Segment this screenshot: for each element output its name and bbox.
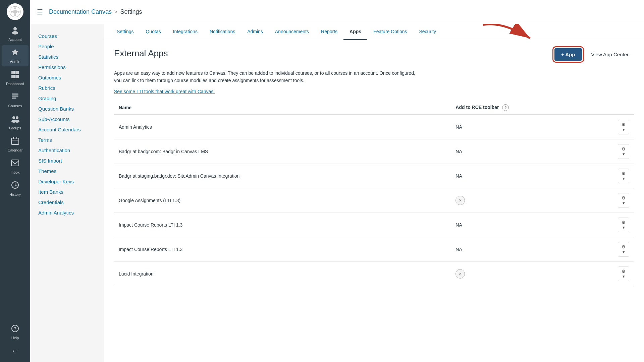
col-name-header: Name xyxy=(114,101,451,115)
tabs-bar: SettingsQuotasIntegrationsNotificationsA… xyxy=(104,24,644,40)
sidebar-link-admin-analytics[interactable]: Admin Analytics xyxy=(36,207,104,218)
sidebar-link-themes[interactable]: Themes xyxy=(36,166,104,176)
nav-item-inbox[interactable]: Inbox xyxy=(2,156,29,177)
gear-button[interactable]: ⚙ ▾ xyxy=(618,120,629,134)
dashboard-icon xyxy=(10,70,20,81)
content-area: CoursesPeopleStatisticsPermissionsOutcom… xyxy=(30,24,644,362)
gear-button[interactable]: ⚙ ▾ xyxy=(618,144,629,159)
sidebar-link-question-banks[interactable]: Question Banks xyxy=(36,104,104,114)
nav-item-admin[interactable]: Admin xyxy=(2,45,29,66)
x-badge[interactable]: × xyxy=(455,196,465,205)
nav-bottom: ? Help ← xyxy=(0,321,30,362)
sidebar-link-sub-accounts[interactable]: Sub-Accounts xyxy=(36,114,104,124)
svg-rect-9 xyxy=(15,71,19,74)
hamburger-menu[interactable]: ☰ xyxy=(37,8,43,16)
sidebar-link-credentials[interactable]: Credentials xyxy=(36,197,104,207)
svg-rect-11 xyxy=(15,75,19,78)
gear-button[interactable]: ⚙ ▾ xyxy=(618,242,629,257)
tab-admins[interactable]: Admins xyxy=(241,24,269,40)
sidebar-link-statistics[interactable]: Statistics xyxy=(36,52,104,62)
table-row: Admin AnalyticsNA⚙ ▾ xyxy=(114,115,634,139)
svg-point-2 xyxy=(14,7,16,9)
breadcrumb-link[interactable]: Documentation Canvas xyxy=(49,8,112,15)
table-row: Badgr at staging.badgr.dev: SiteAdmin Ca… xyxy=(114,164,634,188)
svg-rect-23 xyxy=(11,160,19,166)
rce-cell: NA xyxy=(451,213,613,237)
app-name-cell: Admin Analytics xyxy=(114,115,451,139)
gear-button[interactable]: ⚙ ▾ xyxy=(618,169,629,183)
gear-button[interactable]: ⚙ ▾ xyxy=(618,266,629,281)
nav-item-help[interactable]: ? Help xyxy=(2,321,29,343)
main-area: ☰ Documentation Canvas > Settings Course… xyxy=(30,0,644,362)
svg-point-4 xyxy=(11,11,13,13)
nav-item-history[interactable]: History xyxy=(2,178,29,199)
tab-notifications[interactable]: Notifications xyxy=(204,24,241,40)
gear-cell: ⚙ ▾ xyxy=(613,213,634,237)
tab-integrations[interactable]: Integrations xyxy=(167,24,204,40)
tab-quotas[interactable]: Quotas xyxy=(140,24,167,40)
sidebar-link-outcomes[interactable]: Outcomes xyxy=(36,72,104,83)
svg-point-3 xyxy=(14,14,16,16)
add-app-button[interactable]: + App xyxy=(554,48,582,61)
svg-point-18 xyxy=(15,120,19,123)
sidebar-link-developer-keys[interactable]: Developer Keys xyxy=(36,176,104,187)
sidebar-link-permissions[interactable]: Permissions xyxy=(36,62,104,72)
history-icon xyxy=(10,180,20,192)
tab-announcements[interactable]: Announcements xyxy=(269,24,315,40)
sidebar: CoursesPeopleStatisticsPermissionsOutcom… xyxy=(30,24,104,362)
tab-feature-options[interactable]: Feature Options xyxy=(367,24,413,40)
sidebar-link-rubrics[interactable]: Rubrics xyxy=(36,83,104,93)
inbox-icon xyxy=(10,158,20,170)
app-name-cell: Impact Course Reports LTI 1.3 xyxy=(114,213,451,237)
svg-point-16 xyxy=(16,116,18,119)
nav-item-dashboard[interactable]: Dashboard xyxy=(2,67,29,88)
gear-button[interactable]: ⚙ ▾ xyxy=(618,218,629,232)
admin-icon xyxy=(10,48,20,59)
gear-cell: ⚙ ▾ xyxy=(613,115,634,139)
nav-item-groups[interactable]: Groups xyxy=(2,111,29,133)
page-title: External Apps xyxy=(114,48,168,59)
tab-reports[interactable]: Reports xyxy=(315,24,343,40)
sidebar-link-terms[interactable]: Terms xyxy=(36,135,104,145)
app-name-cell: Badgr at staging.badgr.dev: SiteAdmin Ca… xyxy=(114,164,451,188)
sidebar-link-people[interactable]: People xyxy=(36,41,104,52)
nav-rail: Account Admin Dashboard xyxy=(0,0,30,362)
nav-item-calendar[interactable]: Calendar xyxy=(2,133,29,155)
table-row: Badgr at badgr.com: Badgr in Canvas LMSN… xyxy=(114,139,634,164)
main-content: SettingsQuotasIntegrationsNotificationsA… xyxy=(104,24,644,362)
nav-collapse-button[interactable]: ← xyxy=(2,343,29,359)
rce-cell: NA xyxy=(451,139,613,164)
gear-button[interactable]: ⚙ ▾ xyxy=(618,193,629,208)
breadcrumb: Documentation Canvas > Settings xyxy=(49,8,142,15)
sidebar-link-sis-import[interactable]: SIS Import xyxy=(36,156,104,166)
rce-cell: × xyxy=(451,188,613,213)
svg-point-5 xyxy=(17,11,19,13)
sidebar-link-item-banks[interactable]: Item Banks xyxy=(36,187,104,197)
table-row: Google Assignments (LTI 1.3)×⚙ ▾ xyxy=(114,188,634,213)
tab-security[interactable]: Security xyxy=(413,24,442,40)
table-row: Impact Course Reports LTI 1.3NA⚙ ▾ xyxy=(114,213,634,237)
lti-tools-link[interactable]: See some LTI tools that work great with … xyxy=(114,89,215,94)
gear-cell: ⚙ ▾ xyxy=(613,139,634,164)
sidebar-link-courses[interactable]: Courses xyxy=(36,31,104,41)
view-app-center-button[interactable]: View App Center xyxy=(586,48,634,61)
rce-cell: × xyxy=(451,261,613,286)
svg-rect-10 xyxy=(11,75,15,78)
svg-rect-14 xyxy=(12,98,16,99)
rce-help-icon[interactable]: ? xyxy=(502,104,509,111)
tab-settings[interactable]: Settings xyxy=(111,24,140,40)
sidebar-link-account-calendars[interactable]: Account Calendars xyxy=(36,124,104,135)
nav-item-account[interactable]: Account xyxy=(2,23,29,44)
app-name-cell: Impact Course Reports LTI 1.3 xyxy=(114,237,451,261)
rce-cell: NA xyxy=(451,115,613,139)
x-badge[interactable]: × xyxy=(455,269,465,279)
col-actions-header xyxy=(613,101,634,115)
sidebar-link-grading[interactable]: Grading xyxy=(36,93,104,104)
rce-cell: NA xyxy=(451,237,613,261)
nav-item-courses[interactable]: Courses xyxy=(2,89,29,111)
tab-apps[interactable]: Apps xyxy=(343,24,367,40)
help-icon: ? xyxy=(10,324,20,335)
svg-point-15 xyxy=(12,116,15,119)
sidebar-link-authentication[interactable]: Authentication xyxy=(36,145,104,156)
app-logo[interactable] xyxy=(7,3,23,20)
